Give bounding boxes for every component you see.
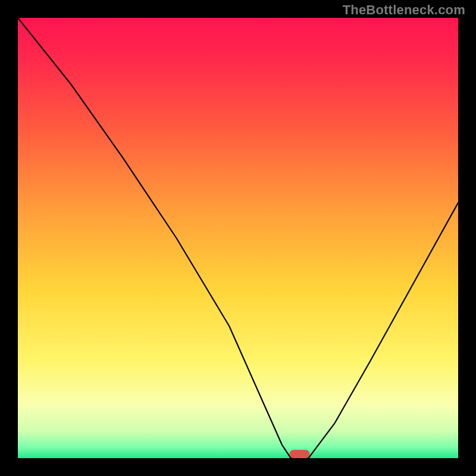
optimal-marker: [290, 450, 310, 458]
bottleneck-chart: [18, 18, 458, 458]
chart-container: TheBottleneck.com: [0, 0, 476, 476]
gradient-background: [18, 18, 458, 458]
watermark-text: TheBottleneck.com: [343, 2, 465, 18]
plot-area: [18, 18, 458, 458]
